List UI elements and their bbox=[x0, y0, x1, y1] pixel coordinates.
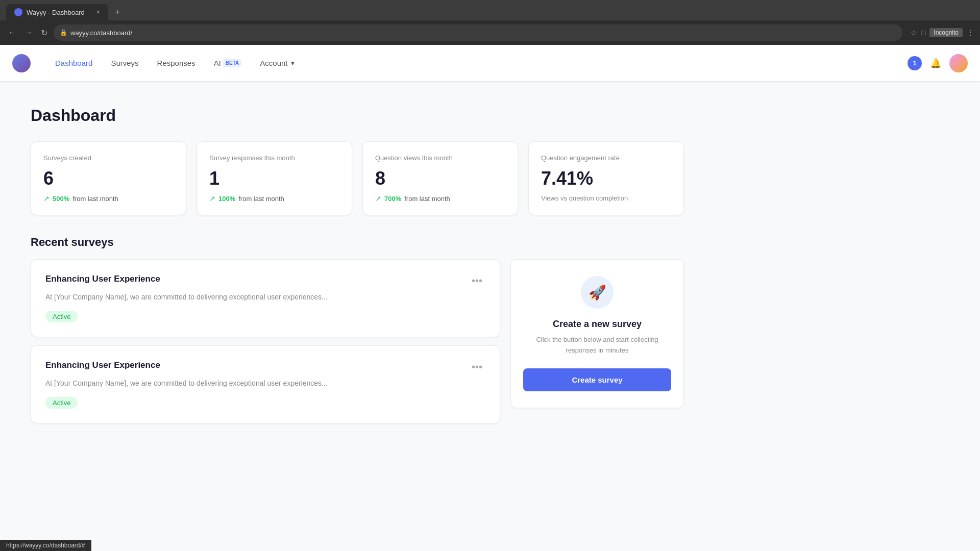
trend-up-icon: ↗ bbox=[209, 194, 215, 203]
browser-tabs: Wayyy - Dashboard × + bbox=[0, 0, 980, 20]
survey-cards: Enhancing User Experience ••• At [Your C… bbox=[31, 259, 500, 423]
stat-label: Surveys created bbox=[43, 154, 174, 162]
stat-card-surveys-created: Surveys created 6 ↗ 500% from last month bbox=[31, 141, 186, 215]
tab-close-icon[interactable]: × bbox=[96, 9, 100, 16]
main-content: Dashboard Surveys created 6 ↗ 500% from … bbox=[0, 82, 715, 448]
create-survey-title: Create a new survey bbox=[553, 319, 642, 330]
bookmark-icon[interactable]: ☆ bbox=[911, 29, 917, 37]
trend-pct: 700% bbox=[384, 195, 401, 203]
status-badge: Active bbox=[45, 311, 78, 322]
stat-subtitle: Views vs question completion bbox=[541, 194, 671, 202]
stat-label: Question engagement rate bbox=[541, 154, 671, 162]
account-label: Account bbox=[260, 59, 287, 67]
back-button[interactable]: ← bbox=[6, 26, 18, 39]
stat-value: 6 bbox=[43, 168, 174, 189]
stat-value: 1 bbox=[209, 168, 339, 189]
stat-card-engagement: Question engagement rate 7.41% Views vs … bbox=[528, 141, 684, 215]
nav-link-responses[interactable]: Responses bbox=[149, 55, 204, 71]
active-tab[interactable]: Wayyy - Dashboard × bbox=[6, 4, 108, 20]
address-bar-container: ← → ↻ 🔒 wayyy.co/dashboard/ ☆ □ Incognit… bbox=[0, 20, 980, 45]
stat-card-views: Question views this month 8 ↗ 700% from … bbox=[362, 141, 518, 215]
stat-label: Question views this month bbox=[375, 154, 505, 162]
stat-change: ↗ 100% from last month bbox=[209, 194, 339, 203]
app-logo[interactable] bbox=[12, 54, 31, 72]
surveys-layout: Enhancing User Experience ••• At [Your C… bbox=[31, 259, 684, 423]
rocket-icon: 🚀 bbox=[581, 276, 614, 309]
notification-badge[interactable]: 1 bbox=[908, 56, 922, 70]
nav-link-surveys[interactable]: Surveys bbox=[103, 55, 146, 71]
nav-right: 1 🔔 bbox=[908, 54, 968, 72]
tab-title: Wayyy - Dashboard bbox=[27, 9, 85, 16]
nav-links: Dashboard Surveys Responses AI BETA Acco… bbox=[47, 55, 908, 71]
trend-up-icon: ↗ bbox=[43, 194, 50, 203]
survey-card: Enhancing User Experience ••• At [Your C… bbox=[31, 259, 500, 337]
tab-favicon bbox=[14, 8, 22, 16]
survey-card-header: Enhancing User Experience ••• bbox=[45, 274, 485, 288]
stats-grid: Surveys created 6 ↗ 500% from last month… bbox=[31, 141, 684, 215]
change-text: from last month bbox=[72, 195, 118, 203]
create-survey-description: Click the button below and start collect… bbox=[523, 335, 671, 356]
trend-pct: 100% bbox=[218, 195, 235, 203]
forward-button[interactable]: → bbox=[22, 26, 35, 39]
survey-card: Enhancing User Experience ••• At [Your C… bbox=[31, 345, 500, 423]
stat-change: ↗ 500% from last month bbox=[43, 194, 174, 203]
change-text: from last month bbox=[238, 195, 284, 203]
survey-name: Enhancing User Experience bbox=[45, 274, 160, 284]
chevron-down-icon: ▼ bbox=[290, 60, 296, 67]
survey-card-header: Enhancing User Experience ••• bbox=[45, 360, 485, 374]
stat-value: 8 bbox=[375, 168, 505, 189]
beta-badge: BETA bbox=[223, 59, 241, 67]
app-nav: Dashboard Surveys Responses AI BETA Acco… bbox=[0, 45, 980, 82]
status-badge: Active bbox=[45, 397, 78, 409]
bell-icon[interactable]: 🔔 bbox=[930, 58, 941, 69]
change-text: from last month bbox=[404, 195, 450, 203]
survey-name: Enhancing User Experience bbox=[45, 360, 160, 370]
nav-link-ai[interactable]: AI BETA bbox=[206, 55, 250, 71]
extensions-icon[interactable]: □ bbox=[921, 29, 925, 37]
avatar[interactable] bbox=[949, 54, 968, 72]
stat-card-responses: Survey responses this month 1 ↗ 100% fro… bbox=[197, 141, 352, 215]
reload-button[interactable]: ↻ bbox=[39, 26, 50, 40]
trend-up-icon: ↗ bbox=[375, 194, 381, 203]
address-bar[interactable]: 🔒 wayyy.co/dashboard/ bbox=[54, 24, 902, 41]
menu-icon[interactable]: ⋮ bbox=[967, 29, 974, 37]
new-tab-button[interactable]: + bbox=[110, 5, 125, 19]
survey-description: At [Your Company Name], we are committed… bbox=[45, 292, 485, 303]
incognito-label: Incognito bbox=[934, 29, 959, 36]
stat-change: ↗ 700% from last month bbox=[375, 194, 505, 203]
browser-chrome: Wayyy - Dashboard × + ← → ↻ 🔒 wayyy.co/d… bbox=[0, 0, 980, 45]
section-title-recent-surveys: Recent surveys bbox=[31, 236, 684, 249]
page-title: Dashboard bbox=[31, 106, 684, 125]
more-options-button[interactable]: ••• bbox=[469, 360, 485, 374]
stat-value: 7.41% bbox=[541, 168, 671, 189]
lock-icon: 🔒 bbox=[60, 29, 67, 36]
nav-ai-label: AI bbox=[214, 59, 221, 67]
nav-link-dashboard[interactable]: Dashboard bbox=[47, 55, 101, 71]
stat-label: Survey responses this month bbox=[209, 154, 339, 162]
browser-right-actions: ☆ □ Incognito ⋮ bbox=[911, 28, 974, 37]
create-survey-button[interactable]: Create survey bbox=[523, 368, 671, 391]
notification-count: 1 bbox=[913, 59, 916, 67]
trend-pct: 500% bbox=[53, 195, 69, 203]
create-survey-card: 🚀 Create a new survey Click the button b… bbox=[510, 259, 684, 408]
nav-link-account[interactable]: Account ▼ bbox=[252, 55, 304, 71]
incognito-badge: Incognito bbox=[929, 28, 963, 37]
more-options-button[interactable]: ••• bbox=[469, 274, 485, 288]
url-text: wayyy.co/dashboard/ bbox=[70, 29, 896, 37]
survey-description: At [Your Company Name], we are committed… bbox=[45, 378, 485, 389]
